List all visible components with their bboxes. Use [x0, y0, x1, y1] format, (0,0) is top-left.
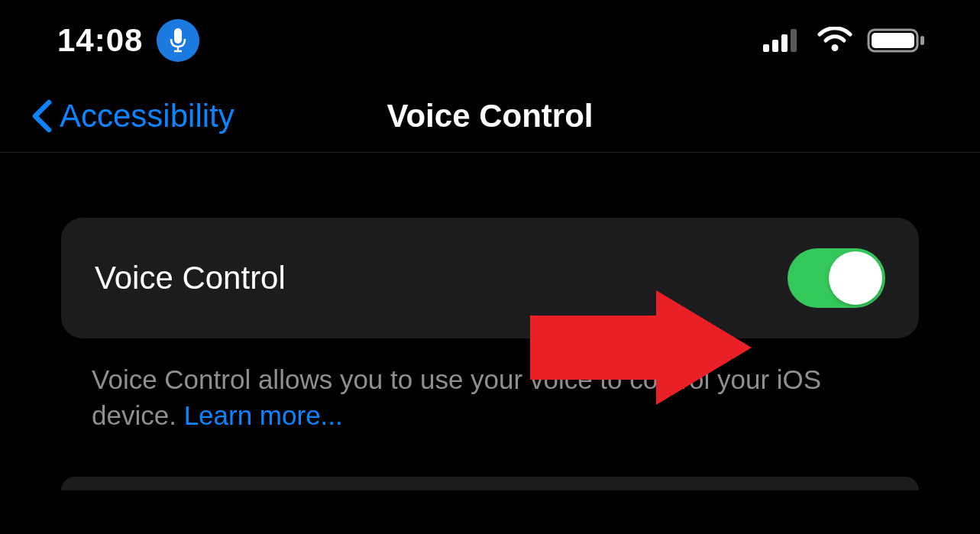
svg-rect-8: [872, 33, 914, 48]
svg-rect-6: [791, 29, 797, 52]
voice-control-setting-row[interactable]: Voice Control: [61, 218, 919, 338]
next-setting-row-partial: [61, 477, 919, 490]
learn-more-link[interactable]: Learn more...: [184, 400, 343, 430]
svg-rect-3: [763, 44, 769, 52]
content-area: Voice Control Voice Control allows you t…: [0, 153, 980, 490]
svg-rect-9: [920, 36, 924, 45]
page-title: Voice Control: [387, 98, 593, 134]
wifi-icon: [817, 27, 853, 54]
status-bar: 14:08: [0, 0, 980, 80]
status-right: [763, 27, 927, 54]
toggle-knob: [829, 251, 882, 305]
navigation-bar: Accessibility Voice Control: [0, 80, 980, 153]
microphone-icon: [170, 28, 186, 53]
status-left: 14:08: [57, 19, 199, 62]
voice-control-description: Voice Control allows you to use your voi…: [61, 338, 919, 434]
status-time: 14:08: [57, 22, 143, 59]
back-label: Accessibility: [60, 98, 234, 134]
svg-rect-5: [781, 34, 788, 52]
cellular-signal-icon: [763, 29, 803, 52]
svg-rect-4: [772, 40, 778, 52]
voice-control-label: Voice Control: [95, 260, 286, 296]
chevron-left-icon: [31, 98, 55, 134]
microphone-active-indicator: [157, 19, 199, 62]
svg-rect-0: [174, 28, 182, 44]
battery-icon: [867, 27, 927, 54]
back-button[interactable]: Accessibility: [31, 98, 234, 134]
voice-control-toggle[interactable]: [788, 248, 885, 308]
